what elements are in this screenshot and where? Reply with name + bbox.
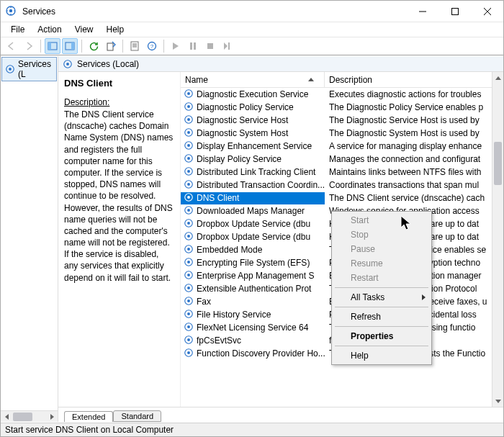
svg-point-36 — [187, 196, 190, 199]
scroll-thumb[interactable] — [494, 142, 502, 185]
gear-icon — [184, 205, 194, 217]
ctx-stop[interactable]: Stop — [333, 227, 430, 242]
service-description: The DNS Client service (dnscache) cach — [325, 193, 503, 203]
ctx-refresh[interactable]: Refresh — [333, 310, 430, 324]
ctx-start[interactable]: Start — [333, 213, 430, 227]
svg-point-20 — [187, 92, 190, 95]
status-bar: Start service DNS Client on Local Comput… — [1, 423, 503, 436]
service-row[interactable]: Distributed Link Tracking ClientMaintain… — [181, 166, 503, 179]
minimize-button[interactable] — [406, 1, 438, 22]
service-name: fpCsEvtSvc — [197, 335, 241, 346]
tab-extended[interactable]: Extended — [64, 411, 113, 422]
gear-icon — [184, 179, 194, 192]
ctx-resume[interactable]: Resume — [333, 256, 430, 271]
help-button[interactable]: ? — [144, 38, 160, 54]
svg-point-18 — [66, 63, 69, 66]
svg-point-56 — [187, 325, 190, 328]
service-row[interactable]: Diagnostic Policy ServiceThe Diagnostic … — [181, 101, 503, 114]
menu-help[interactable]: Help — [101, 24, 130, 35]
close-button[interactable] — [471, 1, 503, 22]
service-row[interactable]: Diagnostic Execution ServiceExecutes dia… — [181, 88, 503, 101]
tree-node-services[interactable]: Services (L — [1, 57, 57, 81]
service-name: Dropbox Update Service (dbu — [197, 219, 310, 229]
pause-service-button[interactable] — [185, 38, 201, 54]
service-name: Dropbox Update Service (dbu — [197, 232, 310, 242]
tree-node-label: Services (L — [18, 59, 53, 79]
tab-standard[interactable]: Standard — [113, 410, 161, 422]
properties-button[interactable] — [127, 38, 143, 54]
description-text: The DNS Client service (dnscache) caches… — [64, 109, 174, 284]
service-row[interactable]: Distributed Transaction Coordin...Coordi… — [181, 179, 503, 192]
service-name: Embedded Mode — [197, 245, 262, 255]
service-name: Fax — [197, 297, 211, 307]
service-row[interactable]: Display Enhancement ServiceA service for… — [181, 140, 503, 153]
gear-icon — [184, 89, 194, 101]
svg-point-30 — [187, 157, 190, 160]
gear-icon — [184, 322, 194, 334]
detail-pane: DNS Client Description: The DNS Client s… — [58, 72, 181, 407]
ctx-help[interactable]: Help — [333, 348, 430, 363]
show-hide-tree-button[interactable] — [45, 38, 60, 54]
service-row[interactable]: Display Policy ServiceManages the connec… — [181, 153, 503, 166]
gear-icon — [184, 283, 194, 295]
gear-icon — [184, 348, 194, 360]
menu-file[interactable]: File — [5, 24, 30, 35]
column-headers: Name Description — [181, 72, 503, 88]
gear-icon — [184, 231, 194, 243]
ctx-pause[interactable]: Pause — [333, 242, 430, 256]
column-description-label: Description — [329, 75, 372, 85]
menu-bar: File Action View Help — [1, 22, 503, 37]
svg-point-34 — [187, 183, 190, 186]
menu-view[interactable]: View — [69, 24, 99, 35]
stop-service-button[interactable] — [202, 38, 218, 54]
tree-hscrollbar[interactable] — [1, 410, 58, 422]
gear-icon — [184, 114, 194, 127]
service-name: Diagnostic Execution Service — [197, 89, 308, 99]
gear-icon — [184, 102, 194, 114]
ctx-properties[interactable]: Properties — [333, 329, 430, 343]
list-vscrollbar[interactable] — [492, 72, 503, 407]
description-label: Description: — [64, 97, 174, 107]
forward-button[interactable] — [21, 38, 37, 54]
ctx-restart[interactable]: Restart — [333, 271, 430, 285]
service-row[interactable]: Diagnostic Service HostThe Diagnostic Se… — [181, 114, 503, 127]
sort-asc-icon — [308, 78, 314, 81]
gear-icon — [184, 192, 194, 204]
svg-rect-6 — [71, 42, 74, 50]
svg-point-24 — [187, 118, 190, 121]
scroll-up-button[interactable] — [492, 72, 503, 84]
selected-service-name: DNS Client — [64, 78, 174, 89]
svg-point-50 — [187, 287, 190, 289]
menu-action[interactable]: Action — [32, 24, 67, 35]
svg-point-26 — [187, 131, 190, 134]
svg-point-44 — [187, 248, 190, 251]
gear-icon — [184, 296, 194, 308]
column-name-label: Name — [185, 75, 208, 85]
refresh-button[interactable] — [86, 38, 102, 54]
gear-icon — [184, 153, 194, 166]
maximize-button[interactable] — [438, 1, 471, 22]
gear-icon — [184, 218, 194, 230]
svg-rect-13 — [207, 43, 213, 49]
export-button[interactable] — [103, 38, 119, 54]
start-service-button[interactable] — [168, 38, 184, 54]
column-name[interactable]: Name — [181, 72, 325, 87]
ctx-separator — [335, 287, 428, 288]
svg-point-60 — [187, 351, 190, 354]
gear-icon — [184, 166, 194, 179]
view-tabs: Extended Standard — [58, 407, 503, 422]
svg-point-16 — [9, 68, 12, 71]
service-name: Encrypting File System (EFS) — [197, 258, 310, 268]
toolbar-icon-2[interactable] — [62, 38, 78, 54]
restart-service-button[interactable] — [220, 38, 235, 54]
scroll-down-button[interactable] — [492, 395, 503, 407]
svg-point-58 — [187, 338, 190, 341]
back-button[interactable] — [4, 38, 19, 54]
service-name: Diagnostic System Host — [197, 128, 288, 138]
service-row[interactable]: DNS ClientThe DNS Client service (dnscac… — [181, 192, 503, 204]
gear-icon — [184, 127, 194, 140]
column-description[interactable]: Description — [325, 72, 503, 87]
ctx-all-tasks[interactable]: All Tasks — [333, 290, 430, 305]
service-description: Coordinates transactions that span mul — [325, 180, 503, 190]
service-row[interactable]: Diagnostic System HostThe Diagnostic Sys… — [181, 127, 503, 140]
